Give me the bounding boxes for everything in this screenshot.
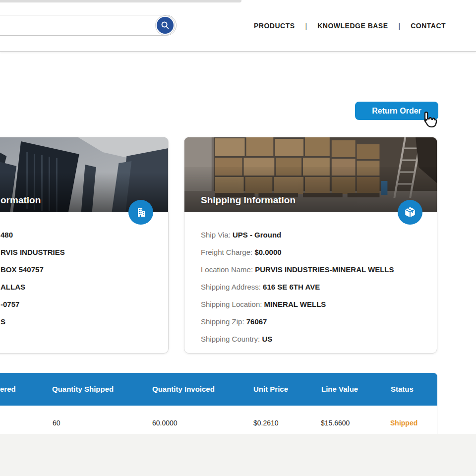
nav-separator: |: [305, 22, 307, 30]
billing-value-fragment: -0757: [0, 300, 19, 308]
package-badge: [398, 200, 422, 225]
shipping-card-title: Shipping Information: [201, 195, 296, 206]
col-quantity-ordered-fragment: ered: [0, 385, 16, 393]
cell-quantity-invoiced: 60.0000: [152, 419, 178, 427]
search-input[interactable]: [0, 15, 177, 36]
main-nav: PRODUCTS | KNOWLEDGE BASE | CONTACT: [254, 0, 446, 51]
billing-value-fragment: BOX 540757: [0, 265, 44, 274]
billing-value-fragment: ALLAS: [0, 283, 25, 291]
order-lines-table-header: ered Quantity Shipped Quantity Invoiced …: [0, 373, 437, 406]
billing-value-fragment: 480: [0, 231, 13, 239]
nav-separator: |: [399, 22, 401, 30]
shipping-field-zip: Shipping Zip: 76067: [201, 317, 427, 327]
col-unit-price: Unit Price: [253, 385, 288, 393]
billing-card-title-fragment: ormation: [0, 195, 41, 206]
shipping-field-address: Shipping Address: 616 SE 6TH AVE: [201, 282, 427, 292]
billing-information-card: ormation 480 RVIS INDUSTRIES BOX 540757 …: [0, 137, 169, 354]
billing-card-body: 480 RVIS INDUSTRIES BOX 540757 ALLAS -07…: [0, 212, 168, 327]
package-box-icon: [404, 206, 416, 219]
col-line-value: Line Value: [321, 385, 358, 393]
cell-unit-price: $0.2610: [253, 419, 279, 427]
return-order-button[interactable]: Return Order: [355, 102, 438, 120]
billing-value-fragment: RVIS INDUSTRIES: [0, 248, 65, 256]
cell-line-value: $15.6600: [321, 419, 350, 427]
page-footer-area: [0, 434, 476, 476]
shipping-field-ship-via: Ship Via: UPS - Ground: [201, 230, 427, 240]
shipping-card-body: Ship Via: UPS - Ground Freight Charge: $…: [184, 212, 437, 344]
status-badge: Shipped: [390, 419, 417, 427]
search-button[interactable]: [156, 16, 175, 35]
search-icon: [160, 20, 170, 30]
building-icon: [134, 206, 147, 219]
top-navigation-bar: PRODUCTS | KNOWLEDGE BASE | CONTACT: [0, 0, 476, 52]
col-quantity-invoiced: Quantity Invoiced: [152, 385, 215, 393]
nav-link-contact[interactable]: CONTACT: [411, 22, 446, 30]
shipping-field-freight-charge: Freight Charge: $0.0000: [201, 247, 427, 257]
order-line-row[interactable]: 60 60.0000 $0.2610 $15.6600 Shipped: [0, 406, 437, 434]
shipping-field-location: Shipping Location: MINERAL WELLS: [201, 299, 427, 309]
col-quantity-shipped: Quantity Shipped: [52, 385, 114, 393]
shipping-field-country: Shipping Country: US: [201, 334, 427, 344]
shipping-field-location-name: Location Name: PURVIS INDUSTRIES-MINERAL…: [201, 265, 427, 275]
shipping-card-image: Shipping Information: [184, 137, 437, 212]
top-partial-panel: [0, 0, 241, 2]
shipping-information-card: Shipping Information Ship Via: UPS - Gro…: [184, 137, 437, 354]
col-status: Status: [391, 385, 414, 393]
nav-link-knowledge-base[interactable]: KNOWLEDGE BASE: [317, 22, 388, 30]
billing-value-fragment: S: [0, 317, 5, 326]
cell-quantity-shipped: 60: [53, 419, 60, 427]
nav-link-products[interactable]: PRODUCTS: [254, 22, 295, 30]
building-badge: [128, 200, 153, 225]
